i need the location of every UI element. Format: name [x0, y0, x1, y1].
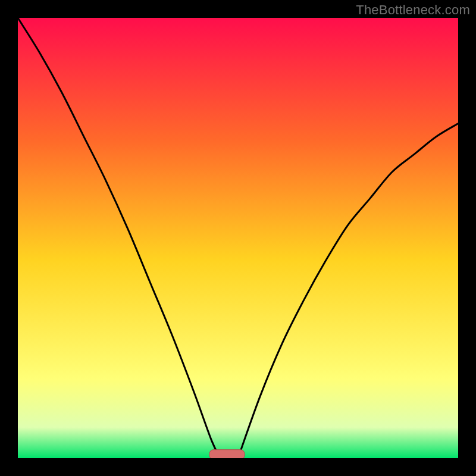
watermark-text: TheBottleneck.com	[356, 2, 470, 18]
chart-svg	[18, 18, 458, 458]
gradient-background	[18, 18, 458, 458]
plot-area	[18, 18, 458, 458]
chart-frame: TheBottleneck.com	[0, 0, 476, 476]
bottleneck-marker	[209, 450, 245, 458]
